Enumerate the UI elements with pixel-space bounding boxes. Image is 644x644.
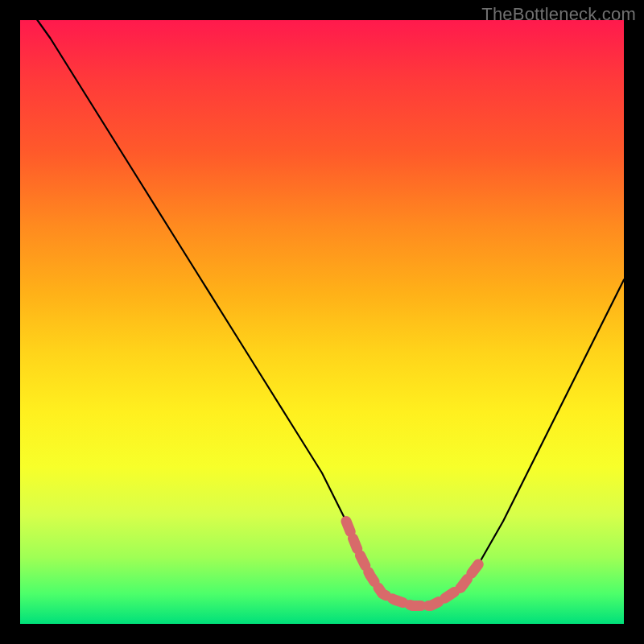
chart-frame: TheBottleneck.com: [0, 0, 644, 644]
optimal-zone-highlight: [346, 522, 479, 606]
bottleneck-curve: [20, 0, 624, 606]
curve-layer: [20, 20, 624, 624]
plot-area: [20, 20, 624, 624]
watermark-text: TheBottleneck.com: [481, 4, 636, 25]
